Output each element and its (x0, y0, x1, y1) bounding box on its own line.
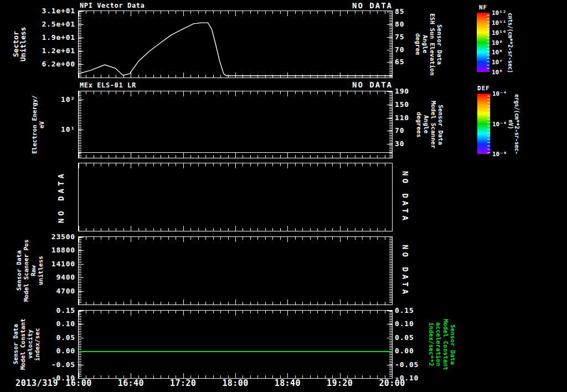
y-major-tick-right (387, 105, 392, 105)
colorbar-minor-ticks (487, 96, 490, 152)
x-tick (138, 155, 139, 158)
x-tick (79, 163, 79, 168)
x-tick (332, 311, 333, 313)
x-tick (340, 373, 341, 378)
x-tick (340, 226, 341, 231)
right-axis-title: NO DATA (399, 163, 409, 231)
x-tick (138, 302, 139, 305)
x-tick (302, 155, 303, 158)
y-major-tick-right (387, 338, 392, 338)
x-tick (362, 228, 363, 231)
x-tick (146, 237, 146, 240)
axis-title-line: Model Scanner (430, 91, 437, 158)
acceleration-zero-line (79, 351, 392, 352)
x-tick-label: 16:00 (55, 378, 102, 388)
x-tick (340, 163, 341, 168)
plot-panel-2 (78, 91, 393, 158)
x-tick (161, 302, 161, 305)
x-tick (392, 91, 393, 96)
x-tick (228, 163, 229, 166)
x-tick (94, 311, 94, 313)
x-tick (310, 228, 311, 231)
x-tick (138, 228, 139, 231)
x-tick (205, 228, 206, 231)
x-tick (153, 311, 154, 313)
x-tick (287, 373, 288, 378)
plot-panel-5 (78, 310, 393, 379)
x-tick (295, 302, 296, 305)
axis-title-line: NO DATA (401, 163, 409, 231)
x-tick-label: 19:20 (317, 378, 363, 388)
x-tick (317, 302, 318, 305)
y-major-tick-left (79, 365, 84, 365)
axis-title-text: Sensor DataModel Constantaccelerationind… (424, 311, 456, 378)
x-tick (295, 91, 296, 94)
axis-title-text: Sensor DataModel ScannerAngledegrees (412, 91, 444, 158)
axis-title-line: unitless (37, 237, 44, 305)
x-tick (123, 155, 124, 158)
x-tick (94, 237, 94, 240)
x-tick (287, 91, 288, 96)
x-tick (362, 237, 363, 240)
sun-elevation-curve (79, 11, 392, 78)
x-tick (362, 163, 363, 166)
x-tick (265, 163, 266, 166)
x-tick (377, 237, 378, 240)
axis-title-line: index/sec (34, 311, 41, 378)
x-tick (332, 155, 333, 158)
x-tick (347, 302, 348, 305)
x-tick (377, 91, 378, 94)
axis-title-line: Electron Energy/ (31, 91, 38, 158)
x-tick (116, 163, 116, 166)
plot-panel-3 (78, 163, 393, 231)
x-tick (370, 228, 370, 231)
x-tick (257, 311, 258, 313)
x-tick (123, 163, 124, 166)
x-tick (287, 311, 288, 316)
x-tick (377, 228, 378, 231)
x-tick (250, 228, 251, 231)
x-tick (116, 91, 116, 94)
x-tick (340, 153, 341, 158)
x-tick (280, 228, 281, 231)
x-tick (176, 163, 176, 166)
x-tick (161, 228, 161, 231)
x-tick (243, 302, 243, 305)
axis-title-line: ESH Sun Elevation (429, 11, 436, 78)
x-tick (183, 311, 184, 316)
x-tick (340, 311, 341, 316)
x-tick (183, 226, 184, 231)
x-tick (168, 237, 169, 240)
x-tick (392, 237, 393, 242)
x-tick (205, 155, 206, 158)
x-tick (101, 302, 101, 305)
y-major-tick-left (79, 324, 84, 324)
x-tick (243, 237, 243, 240)
x-tick (116, 237, 116, 240)
x-tick (86, 91, 86, 94)
x-tick (272, 302, 273, 305)
x-tick (235, 311, 236, 316)
x-tick (161, 91, 161, 94)
x-tick (325, 237, 326, 240)
x-tick (272, 155, 273, 158)
x-tick (131, 311, 131, 316)
x-tick (257, 163, 258, 166)
x-tick (325, 91, 326, 94)
x-tick (385, 163, 385, 166)
x-tick (153, 302, 154, 305)
x-tick (362, 311, 363, 313)
x-tick (109, 163, 109, 166)
x-tick (101, 155, 101, 158)
x-tick (86, 237, 86, 240)
x-tick (131, 373, 131, 378)
x-tick (280, 91, 281, 94)
x-tick (168, 302, 169, 305)
x-tick (101, 163, 101, 166)
x-tick (94, 302, 94, 305)
x-tick (332, 228, 333, 231)
x-tick (362, 302, 363, 305)
x-tick (325, 163, 326, 166)
axis-title-line: eV (38, 91, 45, 158)
x-tick (385, 91, 385, 94)
